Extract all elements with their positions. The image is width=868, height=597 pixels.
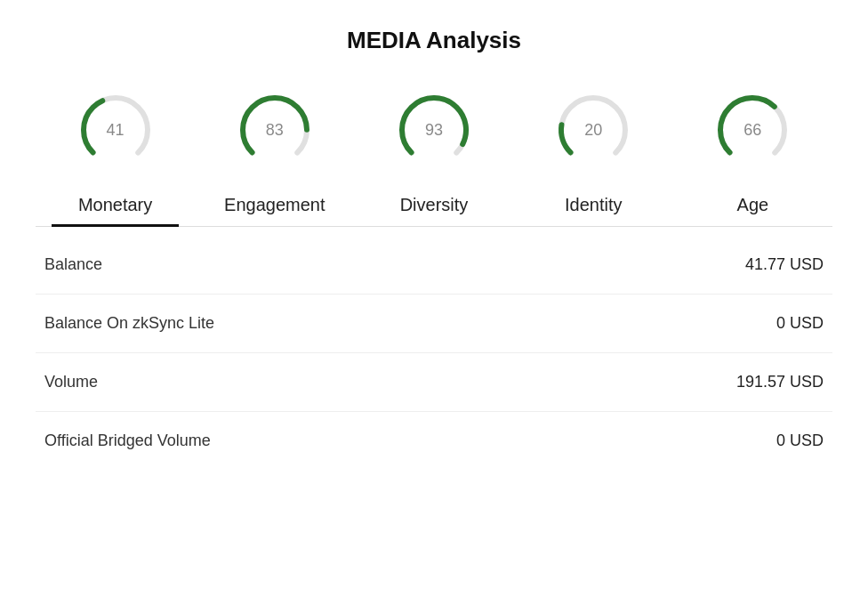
- gauge-item-diversity: 93: [394, 90, 474, 170]
- data-row: Volume191.57 USD: [36, 353, 832, 412]
- tabs-row: MonetaryEngagementDiversityIdentityAge: [36, 188, 832, 227]
- data-row: Official Bridged Volume0 USD: [36, 412, 832, 470]
- gauge-value-identity: 20: [584, 121, 602, 140]
- tab-engagement[interactable]: Engagement: [195, 188, 354, 226]
- gauge-wrap-engagement: 83: [235, 90, 315, 170]
- tab-age[interactable]: Age: [673, 188, 832, 226]
- gauge-value-engagement: 83: [266, 121, 284, 140]
- tab-monetary[interactable]: Monetary: [36, 188, 195, 226]
- gauge-value-age: 66: [743, 121, 761, 140]
- gauge-wrap-identity: 20: [553, 90, 633, 170]
- data-row-label: Volume: [44, 373, 98, 391]
- gauge-value-diversity: 93: [425, 121, 443, 140]
- gauge-item-monetary: 41: [76, 90, 156, 170]
- tab-diversity[interactable]: Diversity: [354, 188, 513, 226]
- tab-identity[interactable]: Identity: [514, 188, 673, 226]
- gauge-item-identity: 20: [553, 90, 633, 170]
- data-row-value: 0 USD: [776, 314, 824, 333]
- data-row-value: 41.77 USD: [745, 255, 824, 274]
- gauge-wrap-age: 66: [712, 90, 792, 170]
- data-row-value: 191.57 USD: [736, 373, 824, 391]
- data-row: Balance41.77 USD: [36, 236, 832, 294]
- data-row-label: Official Bridged Volume: [44, 432, 211, 450]
- gauge-wrap-diversity: 93: [394, 90, 474, 170]
- data-rows: Balance41.77 USDBalance On zkSync Lite0 …: [36, 236, 832, 470]
- data-row-label: Balance: [44, 255, 102, 274]
- data-row-value: 0 USD: [776, 432, 824, 450]
- data-row: Balance On zkSync Lite0 USD: [36, 294, 832, 353]
- page-title: MEDIA Analysis: [36, 27, 832, 54]
- gauge-item-age: 66: [712, 90, 792, 170]
- gauge-value-monetary: 41: [107, 121, 125, 140]
- data-row-label: Balance On zkSync Lite: [44, 314, 214, 333]
- gauge-item-engagement: 83: [235, 90, 315, 170]
- gauges-row: 4183932066: [36, 90, 832, 170]
- gauge-wrap-monetary: 41: [76, 90, 156, 170]
